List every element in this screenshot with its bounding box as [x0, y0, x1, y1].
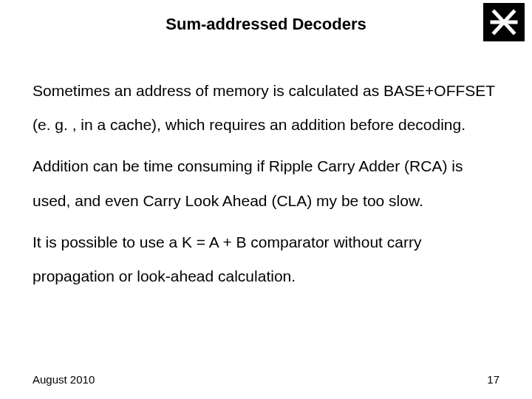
body-paragraph: Sometimes an address of memory is calcul…: [33, 74, 499, 142]
footer-date: August 2010: [33, 373, 95, 386]
body-paragraph: It is possible to use a K = A + B compar…: [33, 225, 499, 293]
footer-page-number: 17: [487, 373, 499, 386]
slide-title: Sum-addressed Decoders: [0, 15, 532, 34]
slide-body: Sometimes an address of memory is calcul…: [33, 74, 499, 301]
slide: Sum-addressed Decoders Sometimes an addr…: [0, 0, 532, 399]
body-paragraph: Addition can be time consuming if Ripple…: [33, 149, 499, 217]
